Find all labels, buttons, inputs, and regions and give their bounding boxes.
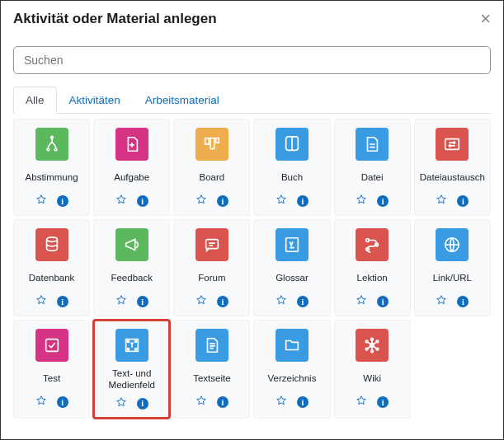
activity-glossar[interactable]: Glossari bbox=[253, 219, 330, 316]
activity-text-medienfeld[interactable]: Text- und Medienfeldi bbox=[93, 320, 170, 419]
activity-label: Forum bbox=[196, 268, 227, 289]
activity-label: Wiki bbox=[361, 368, 383, 390]
page-icon bbox=[195, 329, 228, 362]
activity-label: Datenbank bbox=[27, 268, 77, 289]
activity-grid: AbstimmungiAufgabeiBoardiBuchiDateiiDate… bbox=[13, 119, 491, 419]
tab-alle[interactable]: Alle bbox=[13, 87, 57, 114]
activity-meta: i bbox=[356, 395, 389, 410]
glossar-icon bbox=[276, 228, 309, 261]
tab-aktivitäten[interactable]: Aktivitäten bbox=[57, 87, 133, 114]
modal-header: Aktivität oder Material anlegen × bbox=[2, 2, 502, 36]
star-icon[interactable] bbox=[276, 294, 287, 309]
star-icon[interactable] bbox=[115, 294, 127, 309]
info-icon[interactable]: i bbox=[457, 296, 469, 307]
db-icon bbox=[35, 228, 68, 261]
check-icon bbox=[35, 329, 68, 362]
activity-linkurl[interactable]: Link/URLi bbox=[414, 219, 491, 316]
exchange-icon bbox=[436, 128, 469, 161]
activity-test[interactable]: Testi bbox=[13, 320, 90, 419]
star-icon[interactable] bbox=[436, 194, 447, 208]
activity-wiki[interactable]: Wikii bbox=[334, 320, 411, 419]
info-icon[interactable]: i bbox=[457, 195, 469, 207]
activity-meta: i bbox=[276, 294, 309, 309]
file-icon bbox=[356, 128, 389, 161]
kanban-icon bbox=[195, 128, 228, 161]
activity-meta: i bbox=[276, 395, 309, 410]
star-icon[interactable] bbox=[115, 396, 127, 411]
activity-dateiaustausch[interactable]: Dateiaustauschi bbox=[414, 119, 491, 216]
info-icon[interactable]: i bbox=[137, 195, 148, 207]
star-icon[interactable] bbox=[35, 395, 47, 410]
megaphone-icon bbox=[115, 228, 148, 261]
star-icon[interactable] bbox=[35, 194, 47, 208]
info-icon[interactable]: i bbox=[137, 296, 148, 307]
textfield-icon bbox=[115, 329, 148, 362]
info-icon[interactable]: i bbox=[137, 398, 148, 410]
activity-meta: i bbox=[35, 194, 68, 208]
activity-lektion[interactable]: Lektioni bbox=[334, 219, 411, 316]
info-icon[interactable]: i bbox=[57, 296, 68, 307]
activity-label: Abstimmung bbox=[24, 167, 80, 189]
info-icon[interactable]: i bbox=[377, 296, 389, 307]
tab-arbeitsmaterial[interactable]: Arbeitsmaterial bbox=[133, 87, 232, 114]
activity-meta: i bbox=[436, 294, 469, 309]
activity-meta: i bbox=[276, 194, 309, 208]
fork-icon bbox=[35, 128, 68, 161]
activity-label: Buch bbox=[280, 167, 304, 189]
activity-label: Datei bbox=[360, 167, 385, 189]
star-icon[interactable] bbox=[436, 294, 447, 309]
activity-textseite[interactable]: Textseitei bbox=[173, 320, 250, 419]
book-icon bbox=[276, 128, 309, 161]
info-icon[interactable]: i bbox=[57, 195, 68, 207]
star-icon[interactable] bbox=[195, 395, 207, 410]
info-icon[interactable]: i bbox=[297, 396, 309, 408]
activity-verzeichnis[interactable]: Verzeichnisi bbox=[253, 320, 330, 419]
activity-label: Aufgabe bbox=[112, 167, 151, 189]
info-icon[interactable]: i bbox=[57, 396, 68, 408]
activity-meta: i bbox=[115, 396, 148, 411]
activity-label: Text- und Medienfeld bbox=[97, 368, 166, 391]
activity-meta: i bbox=[356, 294, 389, 309]
modal-title: Aktivität oder Material anlegen bbox=[13, 11, 217, 27]
info-icon[interactable]: i bbox=[297, 195, 309, 207]
star-icon[interactable] bbox=[195, 294, 207, 309]
tabs: AlleAktivitätenArbeitsmaterial bbox=[13, 86, 491, 114]
star-icon[interactable] bbox=[195, 194, 207, 208]
star-icon[interactable] bbox=[356, 294, 367, 309]
info-icon[interactable]: i bbox=[377, 195, 389, 207]
activity-meta: i bbox=[195, 294, 228, 309]
folder-icon bbox=[276, 329, 309, 362]
file-plus-icon bbox=[115, 128, 148, 161]
activity-label: Test bbox=[41, 368, 62, 390]
star-icon[interactable] bbox=[356, 194, 367, 208]
activity-buch[interactable]: Buchi bbox=[253, 119, 330, 216]
search-input[interactable] bbox=[13, 46, 491, 74]
activity-board[interactable]: Boardi bbox=[173, 119, 250, 216]
activity-chooser-modal: Aktivität oder Material anlegen × AlleAk… bbox=[0, 0, 504, 440]
activity-forum[interactable]: Forumi bbox=[173, 219, 250, 316]
activity-label: Board bbox=[198, 167, 227, 189]
activity-abstimmung[interactable]: Abstimmungi bbox=[13, 119, 90, 216]
activity-label: Feedback bbox=[109, 268, 154, 289]
close-icon[interactable]: × bbox=[480, 8, 491, 30]
star-icon[interactable] bbox=[35, 294, 47, 309]
activity-meta: i bbox=[35, 294, 68, 309]
info-icon[interactable]: i bbox=[377, 396, 389, 408]
activity-datei[interactable]: Dateii bbox=[334, 119, 411, 216]
activity-datenbank[interactable]: Datenbanki bbox=[13, 219, 90, 316]
info-icon[interactable]: i bbox=[217, 396, 228, 408]
activity-meta: i bbox=[195, 194, 228, 208]
activity-meta: i bbox=[115, 194, 148, 208]
activity-label: Link/URL bbox=[431, 268, 473, 289]
info-icon[interactable]: i bbox=[217, 195, 228, 207]
star-icon[interactable] bbox=[276, 194, 287, 208]
star-icon[interactable] bbox=[276, 395, 287, 410]
chat-icon bbox=[195, 228, 228, 261]
info-icon[interactable]: i bbox=[297, 296, 309, 307]
activity-feedback[interactable]: Feedbacki bbox=[93, 219, 170, 316]
star-icon[interactable] bbox=[356, 395, 367, 410]
activity-meta: i bbox=[35, 395, 68, 410]
activity-aufgabe[interactable]: Aufgabei bbox=[93, 119, 170, 216]
star-icon[interactable] bbox=[115, 194, 127, 208]
info-icon[interactable]: i bbox=[217, 296, 228, 307]
